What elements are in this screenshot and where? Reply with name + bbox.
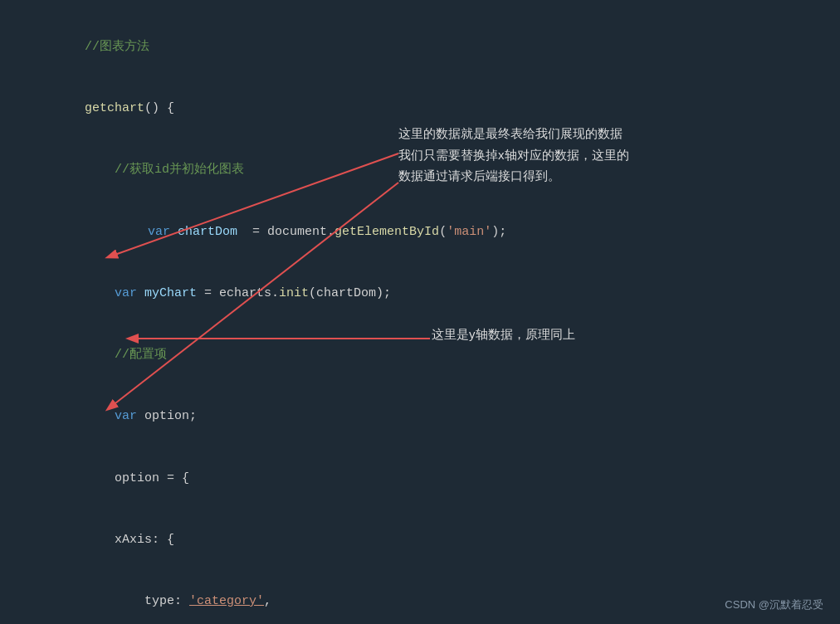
code-line-10: type: 'category', bbox=[25, 571, 815, 624]
watermark: CSDN @沉默着忍受 bbox=[725, 597, 823, 612]
code-line-4: var chartDom = document.getElementById('… bbox=[25, 202, 815, 263]
code-line-5: var myChart = echarts.init(chartDom); bbox=[25, 263, 815, 324]
annotation-box-1: 这里的数据就是最终表给我们展现的数据 我们只需要替换掉x轴对应的数据，这里的 数… bbox=[398, 123, 629, 187]
fn-getchart: getchart bbox=[55, 101, 144, 115]
code-line-7: var option; bbox=[25, 387, 815, 448]
code-line-1: //图表方法 bbox=[25, 17, 815, 78]
code-line-6: //配置项 bbox=[25, 324, 815, 386]
annotation-box-2: 这里是y轴数据，原理同上 bbox=[432, 324, 575, 345]
code-container: //图表方法 getchart() { //获取id并初始化图表 var cha… bbox=[0, 0, 840, 624]
comment-1: //图表方法 bbox=[55, 40, 149, 54]
code-line-9: xAxis: { bbox=[25, 509, 815, 571]
comment-3: //配置项 bbox=[55, 348, 167, 362]
comment-2: //获取id并初始化图表 bbox=[55, 163, 244, 177]
code-line-8: option = { bbox=[25, 448, 815, 509]
